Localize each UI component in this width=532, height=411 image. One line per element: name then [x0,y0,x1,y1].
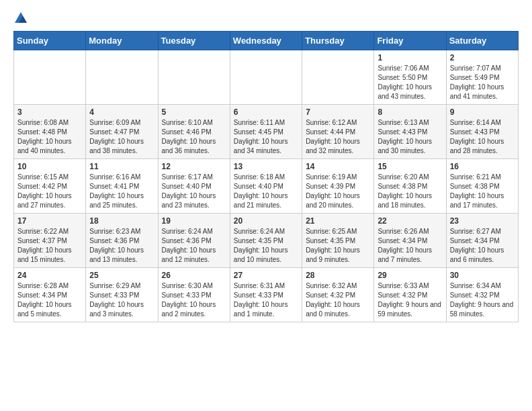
day-info: Sunrise: 6:30 AM Sunset: 4:33 PM Dayligh… [162,281,226,319]
day-number: 1 [378,53,442,62]
calendar-cell: 17Sunrise: 6:22 AM Sunset: 4:37 PM Dayli… [14,214,86,268]
calendar-cell: 24Sunrise: 6:28 AM Sunset: 4:34 PM Dayli… [14,268,86,322]
day-info: Sunrise: 6:25 AM Sunset: 4:35 PM Dayligh… [306,227,370,265]
calendar-cell [14,50,86,105]
day-info: Sunrise: 6:22 AM Sunset: 4:37 PM Dayligh… [17,227,82,265]
day-number: 9 [450,107,515,117]
calendar-week-row: 17Sunrise: 6:22 AM Sunset: 4:37 PM Dayli… [14,214,519,268]
calendar-cell [158,50,230,105]
calendar-cell: 19Sunrise: 6:24 AM Sunset: 4:36 PM Dayli… [158,214,230,268]
calendar-cell: 22Sunrise: 6:26 AM Sunset: 4:34 PM Dayli… [374,214,446,268]
calendar-cell: 15Sunrise: 6:20 AM Sunset: 4:38 PM Dayli… [374,159,446,214]
day-number: 22 [378,216,442,226]
calendar-cell: 11Sunrise: 6:16 AM Sunset: 4:41 PM Dayli… [86,159,158,214]
day-number: 20 [234,216,298,226]
day-number: 16 [450,162,515,171]
day-header-tuesday: Tuesday [158,32,230,50]
calendar-cell: 30Sunrise: 6:34 AM Sunset: 4:32 PM Dayli… [446,268,518,322]
page-header [13,11,519,26]
calendar-cell: 5Sunrise: 6:10 AM Sunset: 4:46 PM Daylig… [158,105,230,159]
day-header-saturday: Saturday [446,32,518,50]
day-info: Sunrise: 6:34 AM Sunset: 4:32 PM Dayligh… [450,281,515,319]
day-number: 17 [17,216,82,226]
calendar-cell: 7Sunrise: 6:12 AM Sunset: 4:44 PM Daylig… [302,105,374,159]
day-number: 14 [306,162,370,171]
day-header-friday: Friday [374,32,446,50]
day-info: Sunrise: 6:08 AM Sunset: 4:48 PM Dayligh… [17,118,82,156]
calendar-cell: 3Sunrise: 6:08 AM Sunset: 4:48 PM Daylig… [14,105,86,159]
calendar-week-row: 10Sunrise: 6:15 AM Sunset: 4:42 PM Dayli… [14,159,519,214]
calendar-cell: 25Sunrise: 6:29 AM Sunset: 4:33 PM Dayli… [86,268,158,322]
calendar-cell: 8Sunrise: 6:13 AM Sunset: 4:43 PM Daylig… [374,105,446,159]
calendar-cell: 16Sunrise: 6:21 AM Sunset: 4:38 PM Dayli… [446,159,518,214]
calendar-cell: 29Sunrise: 6:33 AM Sunset: 4:32 PM Dayli… [374,268,446,322]
calendar-cell [86,50,158,105]
calendar-cell: 9Sunrise: 6:14 AM Sunset: 4:43 PM Daylig… [446,105,518,159]
day-number: 2 [450,53,515,62]
calendar-cell: 26Sunrise: 6:30 AM Sunset: 4:33 PM Dayli… [158,268,230,322]
day-number: 24 [17,271,82,280]
day-info: Sunrise: 6:16 AM Sunset: 4:41 PM Dayligh… [89,173,154,210]
day-info: Sunrise: 6:09 AM Sunset: 4:47 PM Dayligh… [89,118,154,156]
calendar-cell [230,50,302,105]
calendar-cell [302,50,374,105]
calendar-week-row: 3Sunrise: 6:08 AM Sunset: 4:48 PM Daylig… [14,105,519,159]
day-header-monday: Monday [86,32,158,50]
calendar-cell: 2Sunrise: 7:07 AM Sunset: 5:49 PM Daylig… [446,50,518,105]
calendar-cell: 21Sunrise: 6:25 AM Sunset: 4:35 PM Dayli… [302,214,374,268]
calendar-cell: 28Sunrise: 6:32 AM Sunset: 4:32 PM Dayli… [302,268,374,322]
day-info: Sunrise: 6:23 AM Sunset: 4:36 PM Dayligh… [89,227,154,265]
day-info: Sunrise: 6:26 AM Sunset: 4:34 PM Dayligh… [378,227,442,265]
day-info: Sunrise: 6:14 AM Sunset: 4:43 PM Dayligh… [450,118,515,156]
calendar-cell: 27Sunrise: 6:31 AM Sunset: 4:33 PM Dayli… [230,268,302,322]
day-info: Sunrise: 6:19 AM Sunset: 4:39 PM Dayligh… [306,173,370,210]
day-info: Sunrise: 6:28 AM Sunset: 4:34 PM Dayligh… [17,281,82,319]
day-number: 13 [234,162,298,171]
day-info: Sunrise: 6:15 AM Sunset: 4:42 PM Dayligh… [17,173,82,210]
calendar-cell: 10Sunrise: 6:15 AM Sunset: 4:42 PM Dayli… [14,159,86,214]
day-number: 23 [450,216,515,226]
day-number: 12 [162,162,226,171]
day-info: Sunrise: 7:06 AM Sunset: 5:50 PM Dayligh… [378,64,442,101]
day-number: 19 [162,216,226,226]
day-info: Sunrise: 6:11 AM Sunset: 4:45 PM Dayligh… [234,118,298,156]
day-info: Sunrise: 6:21 AM Sunset: 4:38 PM Dayligh… [450,173,515,210]
day-info: Sunrise: 6:24 AM Sunset: 4:36 PM Dayligh… [162,227,226,265]
calendar-cell: 14Sunrise: 6:19 AM Sunset: 4:39 PM Dayli… [302,159,374,214]
calendar-cell: 23Sunrise: 6:27 AM Sunset: 4:34 PM Dayli… [446,214,518,268]
calendar-week-row: 24Sunrise: 6:28 AM Sunset: 4:34 PM Dayli… [14,268,519,322]
day-number: 29 [378,271,442,280]
day-number: 4 [89,107,154,117]
logo [13,11,31,26]
day-info: Sunrise: 6:13 AM Sunset: 4:43 PM Dayligh… [378,118,442,156]
calendar-cell: 12Sunrise: 6:17 AM Sunset: 4:40 PM Dayli… [158,159,230,214]
day-number: 28 [306,271,370,280]
day-number: 26 [162,271,226,280]
day-info: Sunrise: 6:27 AM Sunset: 4:34 PM Dayligh… [450,227,515,265]
day-number: 27 [234,271,298,280]
day-number: 6 [234,107,298,117]
calendar-cell: 1Sunrise: 7:06 AM Sunset: 5:50 PM Daylig… [374,50,446,105]
calendar-header-row: SundayMondayTuesdayWednesdayThursdayFrid… [14,32,519,50]
day-number: 25 [89,271,154,280]
calendar-cell: 4Sunrise: 6:09 AM Sunset: 4:47 PM Daylig… [86,105,158,159]
logo-icon [13,11,28,26]
day-info: Sunrise: 6:32 AM Sunset: 4:32 PM Dayligh… [306,281,370,319]
day-number: 15 [378,162,442,171]
day-number: 11 [89,162,154,171]
day-info: Sunrise: 7:07 AM Sunset: 5:49 PM Dayligh… [450,64,515,101]
day-info: Sunrise: 6:24 AM Sunset: 4:35 PM Dayligh… [234,227,298,265]
day-info: Sunrise: 6:10 AM Sunset: 4:46 PM Dayligh… [162,118,226,156]
day-number: 3 [17,107,82,117]
day-header-thursday: Thursday [302,32,374,50]
day-header-sunday: Sunday [14,32,86,50]
calendar-cell: 6Sunrise: 6:11 AM Sunset: 4:45 PM Daylig… [230,105,302,159]
day-number: 10 [17,162,82,171]
day-info: Sunrise: 6:33 AM Sunset: 4:32 PM Dayligh… [378,281,442,319]
calendar-cell: 20Sunrise: 6:24 AM Sunset: 4:35 PM Dayli… [230,214,302,268]
day-info: Sunrise: 6:18 AM Sunset: 4:40 PM Dayligh… [234,173,298,210]
day-number: 18 [89,216,154,226]
day-info: Sunrise: 6:20 AM Sunset: 4:38 PM Dayligh… [378,173,442,210]
day-number: 5 [162,107,226,117]
day-info: Sunrise: 6:17 AM Sunset: 4:40 PM Dayligh… [162,173,226,210]
